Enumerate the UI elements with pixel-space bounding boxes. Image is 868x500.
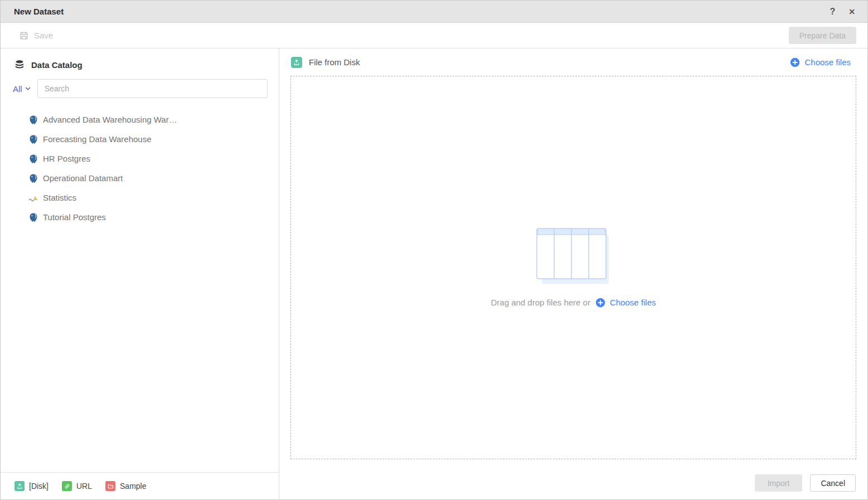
folder-icon <box>105 481 115 491</box>
file-panel-header: File from Disk Choose files <box>279 48 867 76</box>
connection-item-4[interactable]: Statistics <box>1 188 279 207</box>
file-upload-panel: File from Disk Choose files Drag and dro… <box>279 48 867 499</box>
filter-all-dropdown[interactable]: All <box>13 84 31 94</box>
connection-name: Forecasting Data Warehouse <box>43 134 152 144</box>
titlebar: New Dataset ? ✕ <box>1 1 867 23</box>
file-panel-title: File from Disk <box>309 57 360 67</box>
connection-name: HR Postgres <box>43 154 90 163</box>
choose-files-label-dropzone: Choose files <box>610 298 656 307</box>
dialog-actions: Import Cancel <box>279 467 867 499</box>
help-icon[interactable]: ? <box>830 7 835 16</box>
file-upload-icon <box>291 57 302 68</box>
source-type-url[interactable]: URL <box>62 481 92 491</box>
search-input[interactable] <box>37 79 268 98</box>
catalog-filter-row: All <box>1 70 279 98</box>
connection-name: Operational Datamart <box>43 173 123 183</box>
file-from-disk-heading: File from Disk <box>291 57 360 68</box>
toolbar: Save Prepare Data <box>1 23 867 48</box>
source-type-disk[interactable]: [Disk] <box>14 481 49 491</box>
connection-item-2[interactable]: HR Postgres <box>1 149 279 168</box>
connection-item-5[interactable]: Tutorial Postgres <box>1 207 279 227</box>
plus-circle-icon <box>595 298 605 308</box>
prepare-data-button[interactable]: Prepare Data <box>789 27 856 44</box>
postgres-icon <box>28 134 38 144</box>
postgres-icon <box>28 173 38 183</box>
chevron-down-icon <box>25 85 31 92</box>
connection-name: Statistics <box>43 193 76 202</box>
link-icon <box>62 481 72 491</box>
postgres-icon <box>28 154 38 164</box>
floppy-disk-icon <box>19 31 29 41</box>
connection-item-1[interactable]: Forecasting Data Warehouse <box>1 129 279 149</box>
close-icon[interactable]: ✕ <box>848 8 855 16</box>
source-type-footer: [Disk] URL Sample <box>1 472 279 499</box>
source-type-label: [Disk] <box>29 482 49 491</box>
connection-name: Tutorial Postgres <box>43 212 106 222</box>
source-type-label: Sample <box>120 482 146 491</box>
dialog-title: New Dataset <box>14 7 64 16</box>
connection-item-0[interactable]: Advanced Data Warehousing War… <box>1 110 279 129</box>
source-type-label: URL <box>76 482 92 491</box>
new-dataset-dialog: New Dataset ? ✕ Save Prepare Data Data C… <box>0 0 868 500</box>
statistics-icon <box>28 193 38 203</box>
data-catalog-title: Data Catalog <box>31 60 83 70</box>
choose-files-label-top: Choose files <box>804 57 851 67</box>
data-catalog-header: Data Catalog <box>1 48 279 70</box>
table-illustration <box>536 228 611 285</box>
plus-circle-icon <box>790 57 800 67</box>
postgres-icon <box>28 115 38 125</box>
data-catalog-panel: Data Catalog All Advanced Data Warehousi… <box>1 48 279 499</box>
file-dropzone[interactable]: Drag and drop files here or Choose files <box>290 76 856 459</box>
dialog-body: Data Catalog All Advanced Data Warehousi… <box>1 48 867 499</box>
drag-drop-text: Drag and drop files here or <box>491 298 590 307</box>
source-type-sample[interactable]: Sample <box>105 481 146 491</box>
choose-files-link-dropzone[interactable]: Choose files <box>595 298 656 308</box>
upload-icon <box>14 481 25 491</box>
connection-list: Advanced Data Warehousing War… Forecasti… <box>1 98 279 472</box>
save-button-label: Save <box>34 31 53 40</box>
save-button[interactable]: Save <box>19 31 53 41</box>
titlebar-actions: ? ✕ <box>830 7 855 16</box>
filter-all-label: All <box>13 84 22 94</box>
postgres-icon <box>28 212 38 222</box>
database-icon <box>14 59 25 70</box>
connection-name: Advanced Data Warehousing War… <box>43 115 177 124</box>
cancel-button[interactable]: Cancel <box>810 474 856 492</box>
dropzone-text-row: Drag and drop files here or Choose files <box>491 298 656 308</box>
import-button[interactable]: Import <box>755 474 803 492</box>
connection-item-3[interactable]: Operational Datamart <box>1 168 279 188</box>
choose-files-link-top[interactable]: Choose files <box>790 57 851 67</box>
